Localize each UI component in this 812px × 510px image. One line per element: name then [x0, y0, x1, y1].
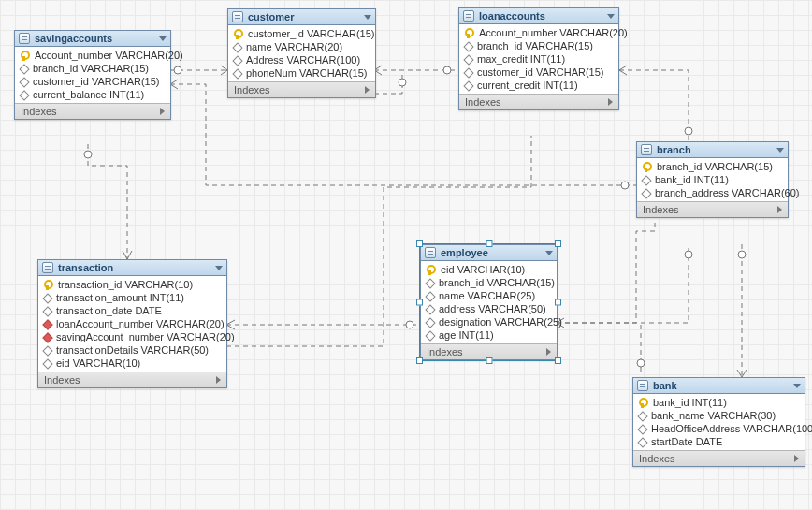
table-column[interactable]: customer_id VARCHAR(15)	[15, 75, 170, 88]
table-icon	[42, 262, 53, 273]
table-column[interactable]: current_credit INT(11)	[459, 79, 618, 92]
table-column[interactable]: branch_address VARCHAR(60)	[637, 186, 788, 199]
table-column[interactable]: current_balance INT(11)	[15, 88, 170, 101]
table-customer[interactable]: customer customer_id VARCHAR(15) name VA…	[227, 8, 376, 98]
table-column[interactable]: branch_id VARCHAR(15)	[421, 276, 557, 289]
table-header[interactable]: customer	[228, 9, 375, 25]
indexes-footer[interactable]: Indexes	[633, 450, 805, 466]
table-savingaccounts[interactable]: savingaccounts Account_number VARCHAR(20…	[14, 30, 171, 120]
table-column[interactable]: address VARCHAR(50)	[421, 302, 557, 315]
chevron-right-icon	[160, 108, 165, 115]
indexes-footer[interactable]: Indexes	[459, 94, 618, 109]
chevron-down-icon[interactable]	[159, 36, 167, 41]
svg-point-4	[399, 79, 406, 86]
diamond-icon	[232, 55, 242, 66]
table-transaction[interactable]: transaction transaction_id VARCHAR(10) t…	[37, 259, 227, 388]
diamond-icon	[42, 345, 52, 356]
table-column[interactable]: bank_name VARCHAR(30)	[633, 409, 805, 422]
resize-handle[interactable]	[416, 240, 423, 247]
table-column[interactable]: name VARCHAR(20)	[228, 40, 375, 53]
table-column[interactable]: Account_number VARCHAR(20)	[15, 49, 170, 62]
table-header[interactable]: loanaccounts	[459, 8, 618, 24]
table-branch[interactable]: branch branch_id VARCHAR(15) bank_id INT…	[636, 141, 789, 218]
svg-point-2	[621, 182, 629, 189]
diamond-icon	[463, 80, 473, 91]
chevron-down-icon[interactable]	[793, 384, 801, 388]
table-column[interactable]: customer_id VARCHAR(15)	[459, 66, 618, 79]
table-column[interactable]: transaction_date DATE	[38, 304, 226, 317]
svg-point-1	[84, 151, 92, 158]
diamond-icon	[232, 68, 242, 79]
table-column[interactable]: branch_id VARCHAR(15)	[15, 62, 170, 75]
resize-handle[interactable]	[416, 299, 423, 306]
table-title: bank	[653, 380, 677, 391]
table-header[interactable]: employee	[421, 245, 557, 261]
table-header[interactable]: savingaccounts	[15, 31, 170, 47]
diamond-icon	[637, 437, 647, 447]
table-column[interactable]: transaction_id VARCHAR(10)	[38, 278, 226, 291]
key-icon	[642, 162, 652, 172]
indexes-footer[interactable]: Indexes	[38, 372, 226, 387]
diamond-icon	[42, 358, 52, 369]
chevron-down-icon[interactable]	[607, 14, 615, 19]
indexes-footer[interactable]: Indexes	[637, 201, 788, 217]
resize-handle[interactable]	[555, 299, 561, 306]
diamond-icon	[641, 175, 651, 185]
diamond-icon	[42, 332, 52, 342]
diamond-icon	[19, 64, 29, 74]
diamond-icon	[637, 411, 647, 421]
resize-handle[interactable]	[555, 357, 561, 364]
diamond-icon	[463, 67, 473, 78]
chevron-down-icon[interactable]	[364, 15, 371, 20]
table-column[interactable]: phoneNum VARCHAR(15)	[228, 66, 375, 80]
resize-handle[interactable]	[486, 357, 492, 364]
table-icon	[232, 11, 243, 22]
diamond-icon	[463, 41, 473, 51]
diamond-icon	[425, 278, 435, 288]
table-column[interactable]: name VARCHAR(25)	[421, 289, 557, 302]
table-header[interactable]: bank	[633, 378, 805, 394]
table-employee[interactable]: employee eid VARCHAR(10) branch_id VARCH…	[420, 244, 558, 360]
table-bank[interactable]: bank bank_id INT(11) bank_name VARCHAR(3…	[632, 377, 805, 467]
chevron-down-icon[interactable]	[545, 251, 553, 255]
chevron-down-icon[interactable]	[215, 266, 223, 270]
table-column[interactable]: savingAccount_number VARCHAR(20)	[38, 330, 226, 343]
table-column[interactable]: branch_id VARCHAR(15)	[637, 160, 788, 173]
resize-handle[interactable]	[555, 240, 561, 247]
key-icon	[426, 265, 436, 275]
svg-point-6	[685, 251, 692, 258]
table-column[interactable]: customer_id VARCHAR(15)	[228, 27, 375, 40]
diamond-icon	[637, 424, 647, 434]
columns-list: Account_number VARCHAR(20) branch_id VAR…	[15, 47, 170, 103]
table-column[interactable]: HeadOfficeAddress VARCHAR(100)	[633, 422, 805, 435]
resize-handle[interactable]	[416, 357, 423, 364]
table-column[interactable]: branch_id VARCHAR(15)	[459, 39, 618, 52]
table-header[interactable]: branch	[637, 142, 788, 158]
table-column[interactable]: transactionDetails VARCHAR(50)	[38, 343, 226, 357]
table-header[interactable]: transaction	[38, 260, 226, 276]
table-column[interactable]: designation VARCHAR(25)	[421, 315, 557, 328]
table-title: transaction	[58, 262, 113, 273]
table-column[interactable]: eid VARCHAR(10)	[421, 263, 557, 276]
table-column[interactable]: max_credit INT(11)	[459, 52, 618, 66]
indexes-footer[interactable]: Indexes	[228, 81, 375, 97]
table-column[interactable]: age INT(11)	[421, 328, 557, 342]
table-column[interactable]: eid VARCHAR(10)	[38, 357, 226, 370]
table-title: savingaccounts	[35, 33, 112, 44]
table-column[interactable]: Account_number VARCHAR(20)	[459, 26, 618, 39]
table-column[interactable]: Address VARCHAR(100)	[228, 53, 375, 66]
table-column[interactable]: bank_id INT(11)	[637, 173, 788, 186]
key-icon	[464, 28, 474, 38]
table-column[interactable]: loanAccount_number VARCHAR(20)	[38, 317, 226, 330]
table-loanaccounts[interactable]: loanaccounts Account_number VARCHAR(20) …	[458, 7, 619, 110]
svg-point-8	[637, 359, 645, 367]
resize-handle[interactable]	[486, 240, 492, 247]
indexes-footer[interactable]: Indexes	[15, 103, 170, 119]
key-icon	[233, 29, 243, 39]
table-icon	[637, 380, 648, 391]
chevron-down-icon[interactable]	[776, 148, 784, 153]
table-column[interactable]: bank_id INT(11)	[633, 396, 805, 409]
diamond-icon	[42, 319, 52, 329]
table-column[interactable]: startDate DATE	[633, 435, 805, 448]
table-column[interactable]: transaction_amount INT(11)	[38, 291, 226, 304]
